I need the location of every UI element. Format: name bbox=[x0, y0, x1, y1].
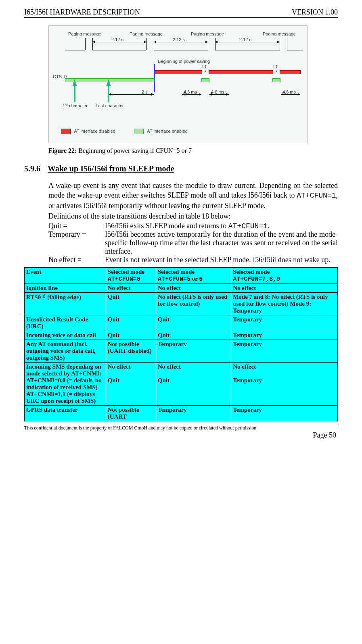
paragraph-1: A wake-up event is any event that causes… bbox=[48, 181, 338, 210]
time-46: 4.6 ms bbox=[211, 90, 224, 94]
table-row: Any AT command (incl. outgoing voice or … bbox=[25, 340, 338, 363]
section-title: Wake up I56/I56i from SLEEP mode bbox=[48, 164, 174, 173]
legend-disabled: AT interface disabled bbox=[74, 129, 115, 133]
table-row: Ignition line No effect No effect No eff… bbox=[25, 284, 338, 293]
th-mode0: Selected modeAT+CFUN=0 bbox=[106, 268, 156, 284]
timing-diagram: Paging message Paging message Paging mes… bbox=[48, 25, 308, 143]
table-header-row: Event Selected modeAT+CFUN=0 Selected mo… bbox=[25, 268, 338, 284]
paging-label: Paging message bbox=[130, 31, 163, 36]
table-row: Incoming voice or data call Quit Quit Te… bbox=[25, 331, 338, 340]
legend-swatch-enabled bbox=[134, 129, 144, 134]
section-number: 5.9.6 bbox=[24, 164, 40, 173]
th-event: Event bbox=[25, 268, 106, 284]
legend: AT interface disabled AT interface enabl… bbox=[61, 129, 188, 134]
ms-label: 4.6 ms bbox=[201, 65, 207, 73]
table-row: Unsolicited Result Code (URC) Quit Quit … bbox=[25, 315, 338, 331]
def-no-effect: No effect = Event is not relevant in the… bbox=[48, 256, 338, 264]
figure-caption: Figure 22: Beginning of power saving if … bbox=[48, 147, 338, 154]
table-row: GPRS data transfer Not possible (UART Te… bbox=[25, 406, 338, 421]
header-right: VERSION 1.00 bbox=[292, 8, 338, 17]
confidential-notice: This confidential document is the proper… bbox=[24, 425, 338, 431]
interval-label: 2.12 s bbox=[111, 37, 123, 42]
figure-22: Paging message Paging message Paging mes… bbox=[48, 25, 338, 143]
th-mode56: Selected modeAT+CFUN=5 or 6 bbox=[156, 268, 231, 284]
paragraph-2: Definitions of the state transitions des… bbox=[48, 211, 338, 221]
paging-label: Paging message bbox=[263, 31, 296, 36]
section-heading: 5.9.6Wake up I56/I56i from SLEEP mode bbox=[24, 164, 338, 173]
sleep-table: Event Selected modeAT+CFUN=0 Selected mo… bbox=[24, 267, 338, 421]
legend-swatch-disabled bbox=[61, 129, 71, 134]
time-2s: 2 s bbox=[142, 90, 148, 94]
page-header: I65/I56I HARDWARE DESCRIPTION VERSION 1.… bbox=[24, 8, 338, 18]
def-quit: Quit = I56/I56i exits SLEEP mode and ret… bbox=[48, 222, 338, 230]
caption-strong: Figure 22: bbox=[48, 147, 77, 154]
legend-enabled: AT interface enabled bbox=[147, 129, 188, 133]
time-46: 4.6 ms bbox=[184, 90, 197, 94]
caption-text: Beginning of power saving if CFUN=5 or 7 bbox=[77, 147, 192, 154]
page-footer: This confidential document is the proper… bbox=[24, 424, 338, 440]
paging-label: Paging message bbox=[191, 31, 224, 36]
time-46: 4.6 ms bbox=[282, 90, 296, 94]
paging-label: Paging message bbox=[68, 31, 101, 36]
ms-label: 4.6 ms bbox=[272, 65, 278, 73]
begin-saving-label: Beginning of power saving bbox=[158, 59, 210, 64]
table-row: Incoming SMS depending on mode selected … bbox=[25, 363, 338, 406]
def-temporary: Temporary = I56/I56i becomes active temp… bbox=[48, 230, 338, 256]
interval-label: 2.12 s bbox=[239, 37, 251, 42]
interval-label: 2.12 s bbox=[173, 37, 185, 42]
first-char-label: 1ˢᵗ character bbox=[63, 103, 88, 108]
page-number: Page 50 bbox=[24, 431, 338, 440]
table-row: RTS0 ¹⁾ (falling edge) Quit No effect (R… bbox=[25, 293, 338, 315]
th-mode789: Selected modeAT+CFUN=7,8,9 bbox=[231, 268, 338, 284]
header-left: I65/I56I HARDWARE DESCRIPTION bbox=[24, 8, 140, 17]
last-char-label: Last character bbox=[96, 103, 124, 108]
